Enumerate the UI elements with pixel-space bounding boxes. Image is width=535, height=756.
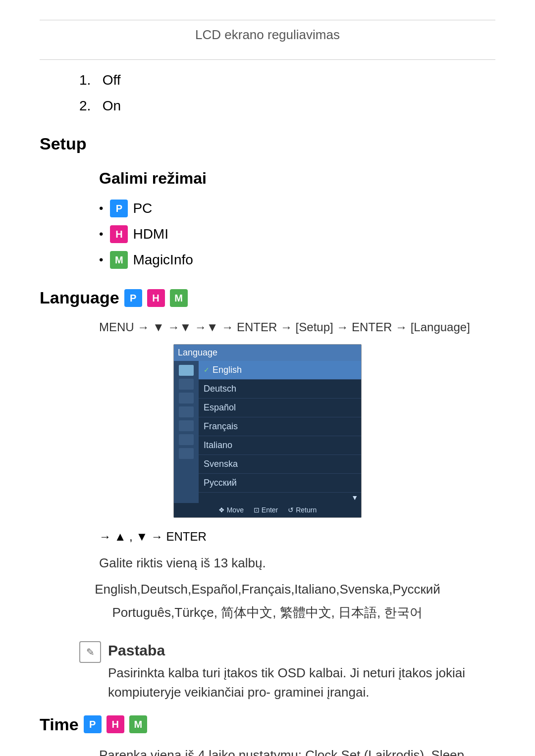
menu-icon-4 [179, 406, 194, 417]
language-list-line2: Português,Türkçe, 简体中文, 繁體中文, 日本語, 한국어 [40, 601, 495, 624]
language-menu-screenshot: Language ✓ English Deutsch [173, 344, 362, 518]
language-description: Galite riktis vieną iš 13 kalbų. [99, 554, 495, 573]
bullet-dot-magic: • [99, 251, 103, 269]
badge-p: P [110, 200, 128, 217]
check-english: ✓ [204, 365, 210, 375]
menu-item-russian-label: Русский [204, 476, 237, 490]
menu-items-column: ✓ English Deutsch Español Français Itali… [199, 361, 361, 503]
language-examples: English,Deutsch,Español,Français,Italian… [40, 578, 495, 624]
menu-item-russian[interactable]: Русский [199, 474, 361, 493]
note-text: Pasirinkta kalba turi įtakos tik OSD kal… [108, 663, 495, 702]
note-box: ✎ Pastaba Pasirinkta kalba turi įtakos t… [79, 639, 495, 702]
menu-item-english[interactable]: ✓ English [199, 361, 361, 380]
menu-icon-1 [179, 365, 194, 376]
menu-item-francais[interactable]: Français [199, 417, 361, 436]
menu-icon-6 [179, 434, 194, 445]
menu-item-deutsch-label: Deutsch [204, 382, 236, 396]
galimi-rezimai-heading: Galimi režimai [99, 166, 495, 190]
menu-icon-5 [179, 420, 194, 431]
numbered-list: 1. Off 2. On [79, 70, 495, 116]
language-heading-text: Language [40, 285, 119, 310]
time-badge-m: M [129, 715, 147, 733]
time-section-header: Time P H M [40, 712, 495, 737]
item-number: 1. [79, 72, 91, 88]
mode-hdmi-label: HDMI [133, 224, 168, 245]
mode-list: • P PC • H HDMI • M MagicInfo [99, 198, 495, 270]
item-number-2: 2. [79, 98, 91, 113]
item-label-off: Off [103, 72, 121, 88]
menu-icon-2 [179, 379, 194, 390]
language-menu-footer: ❖ Move ⊡ Enter ↺ Return [174, 503, 361, 517]
language-section-header: Language P H M [40, 285, 495, 310]
time-badge-h: H [107, 715, 124, 733]
list-item-on: 2. On [79, 96, 495, 116]
setup-heading: Setup [40, 131, 495, 156]
badge-m: M [110, 251, 128, 269]
note-content-area: Pastaba Pasirinkta kalba turi įtakos tik… [108, 639, 495, 702]
footer-enter: ⊡ Enter [254, 505, 278, 515]
language-arrow-instruction: → ▲ , ▼ → ENTER [99, 528, 495, 546]
time-description: Parenka vieną iš 4 laiko nustatymų: Cloc… [99, 745, 495, 756]
menu-item-svenska-label: Svenska [204, 457, 238, 471]
menu-item-english-label: English [213, 363, 242, 377]
scroll-indicator: ▼ [199, 493, 361, 503]
menu-item-francais-label: Français [204, 420, 238, 433]
menu-icon-7 [179, 448, 194, 459]
time-heading-text: Time [40, 712, 79, 737]
menu-item-espanol-label: Español [204, 401, 236, 414]
note-icon-symbol: ✎ [86, 645, 95, 659]
language-badge-p: P [124, 289, 142, 307]
language-menu-body: ✓ English Deutsch Español Français Itali… [174, 361, 361, 503]
page-title: LCD ekrano reguliavimas [40, 25, 495, 45]
mode-hdmi: • H HDMI [99, 224, 495, 245]
menu-item-italiano[interactable]: Italiano [199, 436, 361, 455]
time-badge-p: P [84, 715, 102, 733]
bullet-dot-pc: • [99, 200, 103, 217]
language-menu-title: Language [174, 345, 361, 361]
badge-h: H [110, 225, 128, 243]
mode-pc-label: PC [133, 198, 152, 219]
menu-item-espanol[interactable]: Español [199, 399, 361, 417]
item-label-on: On [103, 98, 121, 113]
time-description-text: Parenka vieną iš 4 laiko nustatymų: Cloc… [99, 748, 490, 756]
language-badge-m: M [170, 289, 188, 307]
menu-icon-column [174, 361, 199, 503]
language-menu-path: MENU → ▼ →▼ →▼ → ENTER → [Setup] → ENTER… [99, 318, 495, 336]
menu-icon-3 [179, 393, 194, 403]
note-icon: ✎ [79, 641, 101, 663]
mode-magicinfo-label: MagicInfo [133, 250, 193, 270]
footer-return: ↺ Return [288, 505, 317, 515]
menu-item-deutsch[interactable]: Deutsch [199, 380, 361, 399]
page-container: LCD ekrano reguliavimas 1. Off 2. On Set… [0, 0, 535, 756]
mode-pc: • P PC [99, 198, 495, 219]
footer-move: ❖ Move [218, 505, 244, 515]
language-list-line1: English,Deutsch,Español,Français,Italian… [40, 578, 495, 601]
bullet-dot-hdmi: • [99, 225, 103, 243]
note-label: Pastaba [108, 639, 495, 661]
menu-item-svenska[interactable]: Svenska [199, 455, 361, 474]
menu-item-italiano-label: Italiano [204, 439, 232, 452]
top-divider [40, 20, 495, 20]
mode-magicinfo: • M MagicInfo [99, 250, 495, 270]
title-rule [40, 59, 495, 60]
list-item-off: 1. Off [79, 70, 495, 91]
language-badge-h: H [147, 289, 165, 307]
